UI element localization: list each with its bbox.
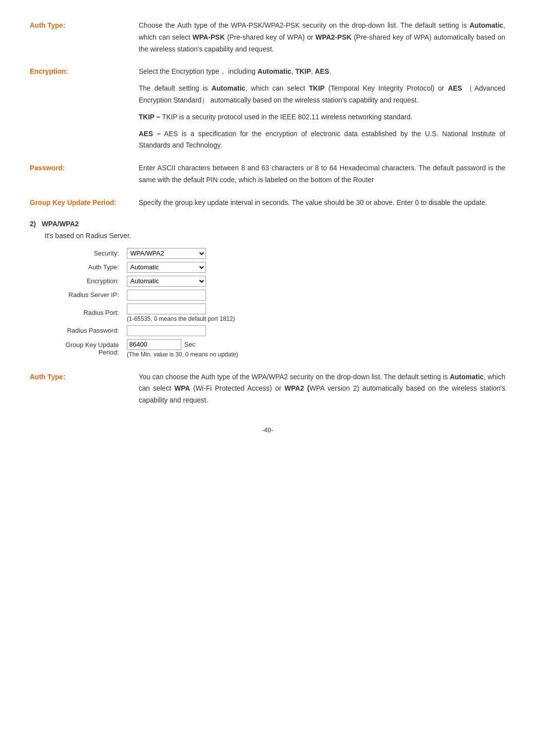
security-field-label: Security: [45, 247, 124, 260]
security-row: Security: WPA/WPA2 [45, 247, 241, 260]
auth-type-para-1: Choose the Auth type of the WPA-PSK/WPA2… [139, 20, 505, 55]
encryption-row: Encryption: Automatic [45, 274, 241, 288]
auth-type-2-section: Auth Type: You can choose the Auth type … [30, 371, 505, 406]
radius-password-row: Radius Password: [45, 324, 241, 338]
password-label: Password: [30, 162, 139, 186]
group-key-update-row: Group Key Update Period: Sec (The Min. v… [45, 338, 241, 359]
wpa-based-on: It's based on Radius Server. [45, 232, 505, 240]
auth-type-label-text: Auth Type: [30, 21, 65, 29]
radius-password-label-text: Radius Password: [67, 327, 119, 334]
radius-port-label: Radius Port: [45, 302, 124, 324]
encryption-para-1: Select the Encryption type， including Au… [139, 66, 505, 78]
radius-password-label: Radius Password: [45, 324, 124, 338]
password-content: Enter ASCII characters between 8 and 63 … [139, 162, 505, 186]
wpa-title: 2) WPA/WPA2 [30, 220, 505, 228]
encryption-field-value[interactable]: Automatic [124, 274, 241, 288]
radius-server-ip-label: Radius Server IP: [45, 288, 124, 302]
group-key-label-text: Group Key Update Period: [30, 199, 116, 206]
encryption-section: Encryption: Select the Encryption type， … [30, 66, 505, 151]
wpa-section: 2) WPA/WPA2 It's based on Radius Server.… [30, 220, 505, 359]
group-key-update-unit: Sec [184, 341, 195, 348]
auth-type-2-label-text: Auth Type: [30, 373, 65, 381]
password-para-1: Enter ASCII characters between 8 and 63 … [139, 162, 505, 186]
encryption-content: Select the Encryption type， including Au… [139, 66, 505, 151]
auth-type-2-label: Auth Type: [30, 371, 139, 406]
radius-server-ip-value[interactable] [124, 288, 241, 302]
radius-server-ip-label-text: Radius Server IP: [68, 291, 119, 299]
group-key-update-label-text: Group Key Update Period: [65, 341, 119, 356]
radius-port-label-text: Radius Port: [83, 309, 119, 316]
auth-type-section: Auth Type: Choose the Auth type of the W… [30, 20, 505, 55]
radius-port-input[interactable] [127, 303, 206, 314]
wpa-form: Security: WPA/WPA2 Auth Type: Automatic [45, 247, 241, 359]
auth-type-form-label: Auth Type: [88, 263, 119, 271]
wpa-title-text: WPA/WPA2 [42, 220, 79, 228]
encryption-select[interactable]: Automatic [127, 276, 206, 287]
page-footer: -40- [30, 426, 505, 434]
auth-type-2-para-1: You can choose the Auth type of the WPA/… [139, 371, 505, 406]
encryption-para-2: The default setting is Automatic, which … [139, 83, 505, 106]
group-key-update-input[interactable] [127, 339, 181, 350]
radius-port-value[interactable]: (1-65535, 0 means the default port 1812) [124, 302, 241, 324]
group-key-label: Group Key Update Period: [30, 197, 139, 209]
password-label-text: Password: [30, 164, 65, 172]
wpa-number: 2) [30, 220, 36, 228]
radius-password-input[interactable] [127, 325, 206, 336]
radius-port-hint: (1-65535, 0 means the default port 1812) [127, 315, 238, 322]
group-key-update-hint: (The Min. value is 30, 0 means no update… [127, 351, 238, 358]
radius-server-ip-input[interactable] [127, 290, 206, 301]
encryption-label-text: Encryption: [30, 67, 68, 75]
group-key-section: Group Key Update Period: Specify the gro… [30, 197, 505, 209]
security-select[interactable]: WPA/WPA2 [127, 248, 206, 259]
group-key-update-label: Group Key Update Period: [45, 338, 124, 359]
auth-type-row: Auth Type: Automatic [45, 260, 241, 274]
encryption-label: Encryption: [30, 66, 139, 151]
page-number: -40- [262, 426, 273, 434]
encryption-form-label: Encryption: [87, 277, 119, 285]
auth-type-field-value[interactable]: Automatic [124, 260, 241, 274]
auth-type-content: Choose the Auth type of the WPA-PSK/WPA2… [139, 20, 505, 55]
security-label-text: Security: [94, 250, 119, 257]
encryption-field-label: Encryption: [45, 274, 124, 288]
radius-password-value[interactable] [124, 324, 241, 338]
encryption-para-4: AES – AES is a specification for the enc… [139, 128, 505, 152]
encryption-para-3: TKIP – TKIP is a security protocol used … [139, 111, 505, 123]
auth-type-select[interactable]: Automatic [127, 262, 206, 273]
group-key-para-1: Specify the group key update interval in… [139, 197, 505, 209]
auth-type-label: Auth Type: [30, 20, 139, 55]
auth-type-2-content: You can choose the Auth type of the WPA/… [139, 371, 505, 406]
password-section: Password: Enter ASCII characters between… [30, 162, 505, 186]
group-key-update-value[interactable]: Sec (The Min. value is 30, 0 means no up… [124, 338, 241, 359]
radius-port-row: Radius Port: (1-65535, 0 means the defau… [45, 302, 241, 324]
auth-type-field-label: Auth Type: [45, 260, 124, 274]
group-key-content: Specify the group key update interval in… [139, 197, 505, 209]
security-field-value[interactable]: WPA/WPA2 [124, 247, 241, 260]
radius-server-ip-row: Radius Server IP: [45, 288, 241, 302]
